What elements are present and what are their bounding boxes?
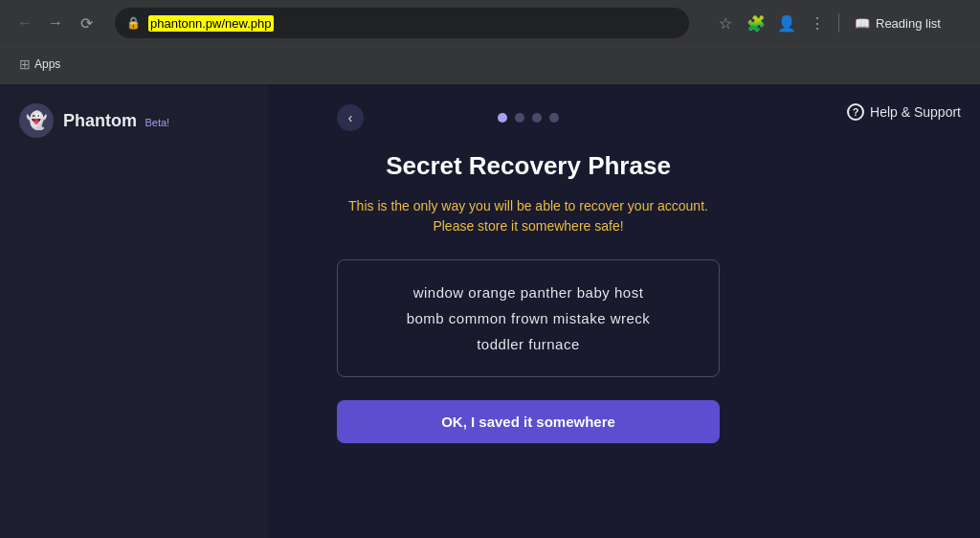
logo-area: 👻 Phantom Beta! bbox=[19, 103, 249, 138]
toolbar-icons: ☆ 🧩 👤 ⋮ bbox=[712, 10, 831, 36]
right-panel: ? Help & Support bbox=[789, 84, 980, 538]
left-panel: 👻 Phantom Beta! bbox=[0, 84, 268, 538]
main-area: ‹ Secret Recovery Phrase This is the onl… bbox=[268, 84, 789, 538]
extensions-button[interactable]: 🧩 bbox=[743, 10, 769, 36]
ghost-icon: 👻 bbox=[26, 110, 47, 131]
star-button[interactable]: ☆ bbox=[712, 10, 739, 36]
reload-button[interactable]: ⟳ bbox=[73, 10, 100, 36]
phrase-box: window orange panther baby host bomb com… bbox=[337, 259, 720, 377]
dot-3 bbox=[532, 113, 542, 123]
phrase-text: window orange panther baby host bomb com… bbox=[361, 280, 696, 357]
url-text: phantonn.pw/new.php bbox=[148, 16, 678, 31]
dot-1 bbox=[498, 113, 507, 123]
browser-chrome: ← → ⟳ 🔒 phantonn.pw/new.php ☆ 🧩 👤 ⋮ 📖 Re… bbox=[0, 0, 980, 84]
reading-list-divider bbox=[838, 13, 839, 33]
back-button[interactable]: ← bbox=[11, 10, 38, 36]
logo-beta: Beta! bbox=[145, 117, 169, 128]
apps-bookmark[interactable]: ⊞ Apps bbox=[11, 53, 68, 76]
profile-button[interactable]: 👤 bbox=[773, 10, 800, 36]
phrase-line-2: bomb common frown mistake wreck bbox=[407, 310, 651, 326]
menu-button[interactable]: ⋮ bbox=[804, 10, 831, 36]
apps-label: Apps bbox=[34, 57, 60, 71]
phantom-logo-icon: 👻 bbox=[19, 103, 54, 138]
forward-button[interactable]: → bbox=[42, 10, 69, 36]
dots-nav: ‹ bbox=[337, 113, 720, 123]
card-subtitle: This is the only way you will be able to… bbox=[337, 196, 720, 236]
url-highlighted: phantonn.pw/new.php bbox=[148, 15, 274, 32]
logo-name: Phantom bbox=[63, 111, 137, 130]
ok-saved-button[interactable]: OK, I saved it somewhere bbox=[337, 400, 720, 443]
dot-4 bbox=[549, 113, 559, 123]
lock-icon: 🔒 bbox=[126, 16, 141, 30]
dot-2 bbox=[515, 113, 524, 123]
reading-list-area[interactable]: 📖 Reading list bbox=[847, 16, 948, 31]
logo-text-container: Phantom Beta! bbox=[63, 111, 169, 131]
page-content: 👻 Phantom Beta! ‹ Secret Recovery Phrase… bbox=[0, 84, 980, 538]
phrase-line-3: toddler furnace bbox=[477, 336, 580, 352]
browser-toolbar: ← → ⟳ 🔒 phantonn.pw/new.php ☆ 🧩 👤 ⋮ 📖 Re… bbox=[0, 0, 980, 46]
apps-grid-icon: ⊞ bbox=[19, 56, 31, 72]
address-bar[interactable]: 🔒 phantonn.pw/new.php bbox=[115, 8, 689, 38]
nav-buttons: ← → ⟳ bbox=[11, 10, 100, 36]
reading-list-label: Reading list bbox=[876, 16, 941, 31]
card-title: Secret Recovery Phrase bbox=[386, 151, 671, 181]
phrase-line-1: window orange panther baby host bbox=[413, 284, 644, 301]
help-support-label: Help & Support bbox=[870, 104, 961, 120]
help-support-link[interactable]: ? Help & Support bbox=[847, 103, 961, 121]
bookmarks-bar: ⊞ Apps bbox=[0, 46, 980, 80]
help-icon: ? bbox=[847, 103, 864, 121]
reading-list-icon: 📖 bbox=[855, 16, 870, 31]
back-chevron-button[interactable]: ‹ bbox=[337, 104, 364, 131]
recovery-card: ‹ Secret Recovery Phrase This is the onl… bbox=[337, 113, 720, 443]
